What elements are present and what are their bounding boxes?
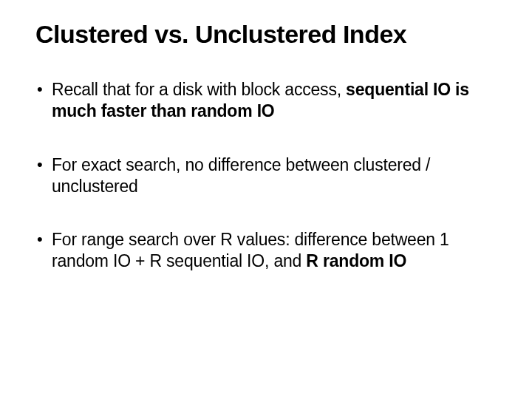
bullet-item: For range search over R values: differen… (35, 229, 497, 272)
bullet-item: For exact search, no difference between … (35, 154, 497, 197)
bullet-item: Recall that for a disk with block access… (35, 79, 497, 122)
bullet-text-pre: For exact search, no difference between … (52, 155, 430, 196)
bullet-text-bold2: random IO (191, 101, 274, 120)
bullet-text-bold: R random IO (306, 251, 406, 270)
slide-title: Clustered vs. Unclustered Index (35, 21, 497, 48)
bullet-list: Recall that for a disk with block access… (35, 79, 497, 272)
bullet-text-pre: Recall that for a disk with block access… (52, 80, 346, 99)
